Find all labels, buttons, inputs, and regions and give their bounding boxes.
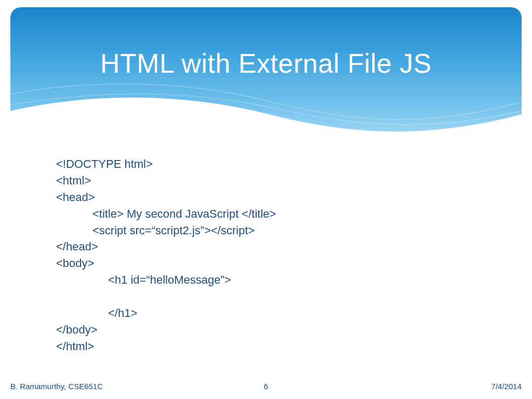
footer-date: 7/4/2014	[491, 382, 522, 391]
code-line: <!DOCTYPE html>	[56, 156, 501, 172]
code-line: <h1 id=“helloMessage”>	[56, 272, 501, 288]
slide-title: HTML with External File JS	[10, 48, 522, 79]
code-line: </html>	[56, 338, 501, 355]
code-line: <title> My second JavaScript </title>	[56, 206, 501, 222]
code-line: <script src=“script2.js”></script>	[56, 222, 501, 239]
title-banner: HTML with External File JS	[10, 7, 522, 142]
code-line: <body>	[56, 255, 501, 272]
code-line: </h1>	[56, 305, 501, 322]
slide-footer: B. Ramamurthy, CSE651C 6 7/4/2014	[10, 382, 522, 391]
wave-graphic	[10, 71, 522, 142]
code-line: <html>	[56, 172, 501, 189]
footer-author: B. Ramamurthy, CSE651C	[10, 382, 103, 391]
code-line	[56, 288, 501, 305]
code-line: <head>	[56, 189, 501, 206]
code-line: </head>	[56, 238, 501, 255]
code-line: </body>	[56, 322, 501, 338]
code-block: <!DOCTYPE html> <html> <head> <title> My…	[56, 156, 501, 355]
